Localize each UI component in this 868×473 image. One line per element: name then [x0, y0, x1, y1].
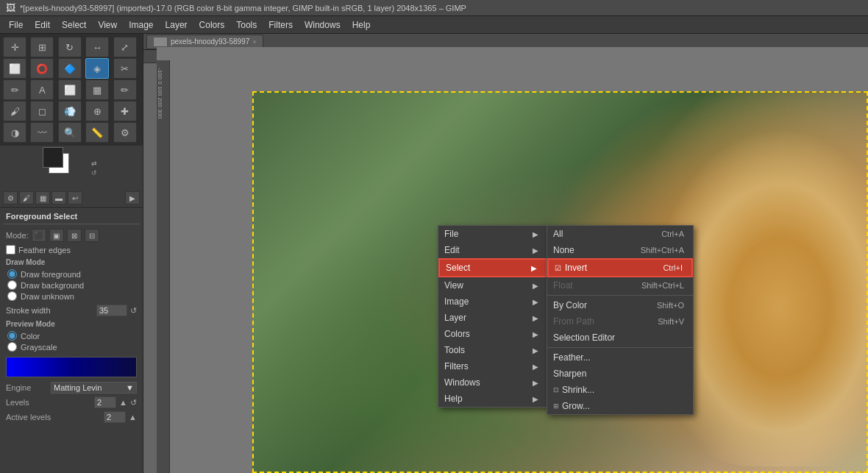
tool-scissors[interactable]: ✂	[113, 58, 137, 79]
tool-text[interactable]: A	[30, 79, 54, 100]
tool-measure[interactable]: 📏	[85, 122, 109, 143]
menu-colors[interactable]: Colors	[193, 18, 231, 32]
sub-sharpen[interactable]: Sharpen	[547, 366, 693, 382]
undo-icon[interactable]: ↩	[68, 191, 82, 205]
sub-by-color-label: By Color	[553, 300, 587, 310]
feather-edges-checkbox[interactable]	[6, 245, 15, 255]
ctx-file[interactable]: File ▶	[438, 226, 547, 242]
active-levels-input[interactable]	[104, 411, 126, 423]
tool-shear[interactable]: ⤢	[113, 37, 137, 57]
draw-foreground-option[interactable]: Draw foreground	[6, 268, 137, 280]
tool-dodge-burn[interactable]: ◑	[3, 122, 26, 143]
ctx-select[interactable]: Select ▶	[438, 258, 547, 277]
tool-free-select[interactable]: 🔷	[58, 58, 82, 79]
sub-by-color[interactable]: By Color Shift+O	[547, 297, 693, 313]
reset-colors-icon[interactable]: ↺	[91, 169, 97, 177]
draw-background-option[interactable]: Draw background	[6, 280, 137, 291]
patterns-icon[interactable]: ▦	[35, 191, 50, 205]
levels-up-icon[interactable]: ▲	[119, 398, 127, 407]
preview-color-option[interactable]: Color	[6, 330, 137, 341]
tool-pencil[interactable]: ✏	[113, 79, 137, 100]
gradient-icon[interactable]: ▬	[51, 191, 66, 205]
ctx-tools-arrow: ▶	[533, 346, 538, 355]
menu-help[interactable]: Help	[346, 18, 377, 32]
expand-icon[interactable]: ▶	[125, 191, 140, 205]
mode-btn-3[interactable]: ⊠	[67, 229, 82, 242]
tool-clone[interactable]: ⊕	[85, 101, 109, 121]
ctx-view[interactable]: View ▶	[438, 277, 547, 294]
menu-windows[interactable]: Windows	[299, 18, 346, 32]
sub-invert[interactable]: ☑ Invert Ctrl+I	[547, 258, 693, 277]
brush-icon[interactable]: 🖌	[19, 191, 34, 205]
tool-eraser[interactable]: ◻	[30, 101, 54, 121]
tab-close-button[interactable]: ×	[252, 38, 256, 46]
tool-airbrush[interactable]: 💨	[58, 101, 82, 121]
tool-align[interactable]: ⊞	[30, 37, 54, 57]
foreground-color[interactable]	[43, 147, 63, 168]
tool-heal[interactable]: ✚	[113, 101, 137, 121]
color-swatch-area[interactable]	[49, 153, 78, 182]
preview-mode-group: Color Grayscale	[3, 329, 140, 354]
swap-colors-icon[interactable]: ⇄	[91, 160, 97, 167]
levels-input[interactable]	[94, 396, 116, 408]
tool-smudge[interactable]: 〰	[30, 122, 54, 143]
tool-options-icon[interactable]: ⚙	[3, 191, 18, 205]
tool-foreground-select[interactable]: ◈	[85, 58, 109, 79]
sub-grow-content: ⊞ Grow...	[553, 401, 590, 411]
preview-grayscale-option[interactable]: Grayscale	[6, 341, 137, 352]
mode-btn-2[interactable]: ▣	[49, 229, 64, 242]
tool-blend[interactable]: ▦	[85, 79, 109, 100]
sub-grow[interactable]: ⊞ Grow...	[547, 398, 693, 414]
tool-ellipse-select[interactable]: ⭕	[30, 58, 54, 79]
ctx-help[interactable]: Help ▶	[438, 391, 547, 407]
canvas-area[interactable]: pexels-hnoody93-58997 × -250 0 250 500 7…	[143, 34, 868, 473]
ctx-filters[interactable]: Filters ▶	[438, 358, 547, 374]
invert-checkbox-icon: ☑	[555, 264, 561, 272]
tool-move[interactable]: ✛	[3, 37, 26, 57]
sub-all[interactable]: All Ctrl+A	[547, 226, 693, 242]
ctx-windows[interactable]: Windows ▶	[438, 374, 547, 391]
menubar: File Edit Select View Image Layer Colors…	[0, 16, 868, 34]
draw-background-label: Draw background	[21, 281, 84, 290]
ctx-layer[interactable]: Layer ▶	[438, 310, 547, 326]
shrink-icon: ⊡	[553, 386, 559, 394]
sub-all-shortcut: Ctrl+A	[661, 230, 684, 238]
tool-zoom[interactable]: 🔍	[58, 122, 82, 143]
tool-rect-select[interactable]: ⬜	[3, 58, 26, 79]
menu-file[interactable]: File	[3, 18, 29, 32]
sub-shrink[interactable]: ⊡ Shrink...	[547, 382, 693, 398]
menu-layer[interactable]: Layer	[160, 18, 193, 32]
ctx-view-arrow: ▶	[533, 282, 538, 290]
ctx-edit-label: Edit	[444, 245, 460, 255]
sub-feather[interactable]: Feather...	[547, 349, 693, 366]
tool-bucket-fill[interactable]: ⬜	[58, 79, 82, 100]
sub-sharpen-label: Sharpen	[553, 369, 586, 379]
draw-unknown-option[interactable]: Draw unknown	[6, 291, 137, 302]
tool-extra[interactable]: ⚙	[113, 122, 137, 143]
tool-rotate[interactable]: ↻	[58, 37, 82, 57]
ctx-colors[interactable]: Colors ▶	[438, 326, 547, 342]
menu-edit[interactable]: Edit	[29, 18, 56, 32]
tool-icon-bar: ⚙ 🖌 ▦ ▬ ↩ ▶	[0, 190, 143, 207]
ctx-edit[interactable]: Edit ▶	[438, 242, 547, 258]
menu-filters[interactable]: Filters	[263, 18, 299, 32]
mode-btn-4[interactable]: ⊟	[85, 229, 99, 242]
ctx-tools[interactable]: Tools ▶	[438, 342, 547, 358]
engine-dropdown[interactable]: Matting Levin ▼	[51, 382, 137, 394]
stroke-width-input[interactable]	[96, 305, 127, 316]
engine-label: Engine	[6, 383, 46, 392]
menu-view[interactable]: View	[92, 18, 123, 32]
sub-none[interactable]: None Shift+Ctrl+A	[547, 242, 693, 258]
stroke-reset-icon[interactable]: ↺	[130, 306, 137, 316]
tool-paths[interactable]: ✏	[3, 79, 26, 100]
active-levels-up-icon[interactable]: ▲	[129, 413, 137, 422]
menu-image[interactable]: Image	[123, 18, 159, 32]
tool-paintbrush[interactable]: 🖌	[3, 101, 26, 121]
menu-tools[interactable]: Tools	[230, 18, 263, 32]
mode-btn-1[interactable]: ⬛	[32, 229, 46, 242]
ctx-image[interactable]: Image ▶	[438, 294, 547, 310]
levels-reset-icon[interactable]: ↺	[130, 398, 137, 408]
sub-selection-editor[interactable]: Selection Editor	[547, 330, 693, 346]
menu-select[interactable]: Select	[56, 18, 92, 32]
tool-scale[interactable]: ↔	[85, 37, 109, 57]
